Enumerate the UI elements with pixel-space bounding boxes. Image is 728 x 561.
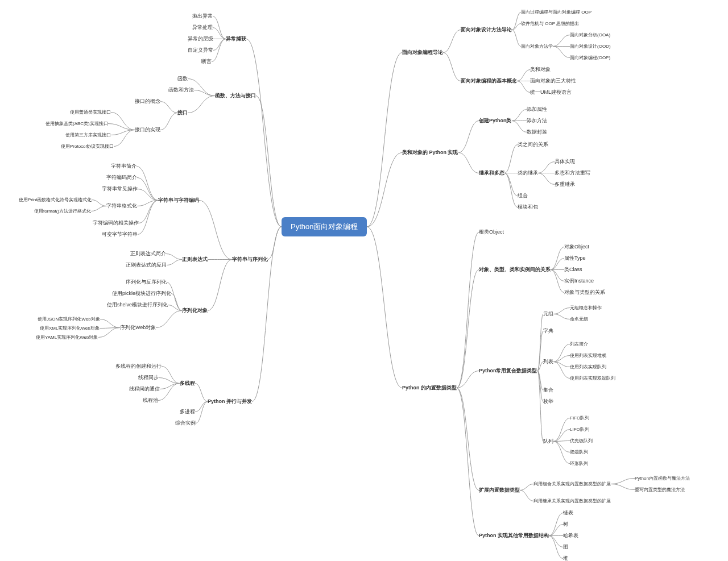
l-b2-2[interactable]: 接口 (177, 109, 188, 117)
r-b3-0[interactable]: 根类Object (479, 228, 504, 236)
r-b1-1-2[interactable]: 统一UML建模语言 (530, 89, 572, 96)
r-b3-2-2-2[interactable]: 使用列表实现队列 (570, 364, 606, 370)
l-b4[interactable]: Python 并行与并发 (208, 398, 252, 405)
r-b2-0[interactable]: 创建Python类 (479, 117, 512, 124)
r-b3-2-0[interactable]: 元组 (543, 310, 553, 318)
r-b2-0-0[interactable]: 添加属性 (527, 106, 547, 113)
l-b3-2-3-1[interactable]: 使用XML实现序列化Web对象 (40, 325, 100, 331)
r-b3-1-3[interactable]: 实例Instance (564, 277, 594, 285)
r-b3-2-2-0[interactable]: 列表简介 (570, 341, 588, 347)
l-b2[interactable]: 函数、方法与接口 (215, 92, 256, 99)
l-b1[interactable]: 异常捕获 (226, 35, 246, 43)
l-b3-1-0[interactable]: 正则表达式简介 (130, 250, 166, 257)
l-b3[interactable]: 字符串与序列化 (232, 256, 268, 263)
r-b1-0-2[interactable]: 面向对象方法学 (521, 43, 553, 49)
l-b3-0-4[interactable]: 字符编码的相关操作 (93, 219, 139, 227)
r-b1[interactable]: 面向对象编程导论 (402, 49, 443, 56)
l-b2-0[interactable]: 函数 (177, 75, 188, 82)
r-b2-1[interactable]: 继承和多态 (479, 169, 504, 177)
r-b3-1-1[interactable]: 属性Type (564, 255, 586, 262)
l-b4-0-3[interactable]: 线程池 (143, 397, 158, 404)
l-b4-0[interactable]: 多线程 (180, 380, 195, 387)
r-b1-0[interactable]: 面向对象设计方法导论 (461, 26, 512, 34)
r-b2-1-3[interactable]: 模块和包 (518, 203, 538, 211)
l-b3-2-0[interactable]: 序列化与反序列化 (126, 279, 167, 286)
r-b3-4-1[interactable]: 树 (563, 521, 568, 528)
l-b4-0-2[interactable]: 线程间的通信 (129, 385, 160, 393)
r-b3[interactable]: Python 的内置数据类型 (402, 384, 457, 392)
l-b3-2-3-2[interactable]: 使用YAML实现序列化Web对象 (36, 334, 98, 340)
r-b3-4-0[interactable]: 链表 (563, 509, 573, 517)
l-b3-2-3-0[interactable]: 使用JSON实现序列化Web对象 (38, 316, 100, 322)
r-b3-3-0-1[interactable]: 重写内置类型的魔法方法 (635, 487, 685, 493)
r-b2-1-1-1[interactable]: 多态和方法重写 (555, 169, 590, 177)
r-b1-0-2-2[interactable]: 面向对象编程(OOP) (570, 55, 610, 61)
l-b2-2-1-3[interactable]: 使用Protocol协议实现接口 (61, 143, 114, 149)
l-b3-0-2[interactable]: 字符串常见操作 (102, 185, 138, 193)
r-b2-1-0[interactable]: 类之间的关系 (518, 141, 548, 148)
r-b3-3-0[interactable]: 利用组合关系实现内置数据类型的扩展 (533, 481, 611, 487)
l-b4-1[interactable]: 多进程 (180, 408, 195, 415)
l-b4-0-1[interactable]: 线程同步 (138, 374, 159, 381)
l-b2-2-1-1[interactable]: 使用抽象基类(ABC类)实现接口 (46, 120, 108, 127)
r-b2[interactable]: 类和对象的 Python 实现 (402, 149, 458, 156)
r-b3-1[interactable]: 对象、类型、类和实例间的关系 (479, 266, 551, 273)
l-b4-0-0[interactable]: 多线程的创建和运行 (115, 363, 162, 370)
l-b3-0-3-1[interactable]: 使用format()方法进行格式化 (34, 208, 91, 214)
r-b3-3-1[interactable]: 利用继承关系实现内置数据类型的扩展 (533, 498, 611, 504)
r-b3-2-5-2[interactable]: 优先级队列 (570, 438, 593, 444)
l-b1-1[interactable]: 异常处理 (192, 24, 213, 31)
l-b3-2-3[interactable]: 序列化Web对象 (120, 324, 156, 331)
r-b1-0-2-0[interactable]: 面向对象分析(OOA) (570, 32, 610, 38)
r-b2-1-1[interactable]: 类的继承 (518, 169, 538, 177)
r-b1-0-2-1[interactable]: 面向对象设计(OOD) (570, 43, 611, 49)
r-b3-1-4[interactable]: 对象与类型的关系 (564, 289, 605, 296)
r-b3-2-3[interactable]: 集合 (543, 387, 553, 394)
l-b3-1-1[interactable]: 正则表达式的应用 (126, 261, 167, 269)
r-b2-0-1[interactable]: 添加方法 (527, 117, 547, 124)
l-b3-0[interactable]: 字符串与字符编码 (158, 197, 199, 204)
l-b3-0-3-0[interactable]: 使用Print函数格式化符号实现格式化 (19, 197, 92, 203)
r-b3-2[interactable]: Python常用复合数据类型 (479, 367, 537, 375)
r-b1-0-0[interactable]: 面向过程编程与面向对象编程 OOP (521, 9, 592, 15)
l-b1-2[interactable]: 异常的层级 (188, 35, 213, 43)
r-b3-2-1[interactable]: 字典 (543, 327, 553, 335)
r-b2-1-2[interactable]: 组合 (518, 192, 528, 200)
r-b3-2-2-3[interactable]: 使用列表实现双端队列 (570, 375, 615, 381)
l-b1-3[interactable]: 自定义异常 (188, 47, 213, 54)
l-b4-2[interactable]: 综合实例 (175, 419, 196, 427)
r-b3-3-0-0[interactable]: Python内置函数与魔法方法 (635, 475, 690, 481)
r-b3-2-5-4[interactable]: 环形队列 (570, 460, 588, 467)
r-b2-0-2[interactable]: 数据封装 (527, 128, 547, 136)
r-b3-4-2[interactable]: 哈希表 (563, 532, 578, 539)
l-b2-2-0[interactable]: 接口的概念 (135, 98, 160, 105)
r-b3-2-2[interactable]: 列表 (543, 358, 553, 365)
l-b3-2[interactable]: 序列化对象 (182, 307, 208, 314)
l-b2-2-1-2[interactable]: 使用第三方库实现接口 (65, 132, 111, 138)
r-b3-2-5-3[interactable]: 双端队列 (570, 449, 588, 455)
r-b3-2-0-1[interactable]: 命名元组 (570, 316, 588, 322)
l-b3-2-1[interactable]: 使用pickle模块进行序列化 (112, 290, 171, 297)
l-b3-1[interactable]: 正则表达式 (182, 256, 208, 263)
l-b3-0-3[interactable]: 字符串格式化 (106, 202, 137, 210)
r-b1-1[interactable]: 面向对象编程的基本概念 (461, 77, 517, 85)
l-b3-2-2[interactable]: 使用shelve模块进行序列化 (107, 301, 168, 309)
l-b3-0-0[interactable]: 字符串简介 (111, 163, 136, 170)
r-b1-1-1[interactable]: 面向对象的三大特性 (530, 77, 576, 85)
r-b3-2-5-1[interactable]: LIFO队列 (570, 426, 589, 433)
r-b3-3[interactable]: 扩展内置数据类型 (479, 487, 520, 494)
r-b3-2-4[interactable]: 枚举 (543, 398, 553, 405)
l-b3-0-5[interactable]: 可变字节字符串 (102, 231, 138, 238)
l-b1-0[interactable]: 抛出异常 (192, 13, 213, 20)
r-b3-2-5-0[interactable]: FIFO队列 (570, 415, 589, 421)
r-b3-2-5[interactable]: 队列 (543, 438, 553, 445)
r-b1-1-0[interactable]: 类和对象 (530, 66, 551, 73)
r-b1-0-1[interactable]: 软件危机与 OOP 思想的提出 (521, 20, 579, 27)
r-b3-4-3[interactable]: 图 (563, 543, 568, 551)
r-b3-1-2[interactable]: 类Class (564, 266, 582, 273)
l-b2-2-1[interactable]: 接口的实现 (135, 126, 160, 134)
r-b2-1-1-2[interactable]: 多重继承 (555, 181, 575, 188)
r-b3-2-2-1[interactable]: 使用列表实现堆栈 (570, 352, 606, 359)
r-b2-1-1-0[interactable]: 具体实现 (555, 158, 575, 165)
r-b3-4[interactable]: Python 实现其他常用数据结构 (479, 532, 549, 539)
